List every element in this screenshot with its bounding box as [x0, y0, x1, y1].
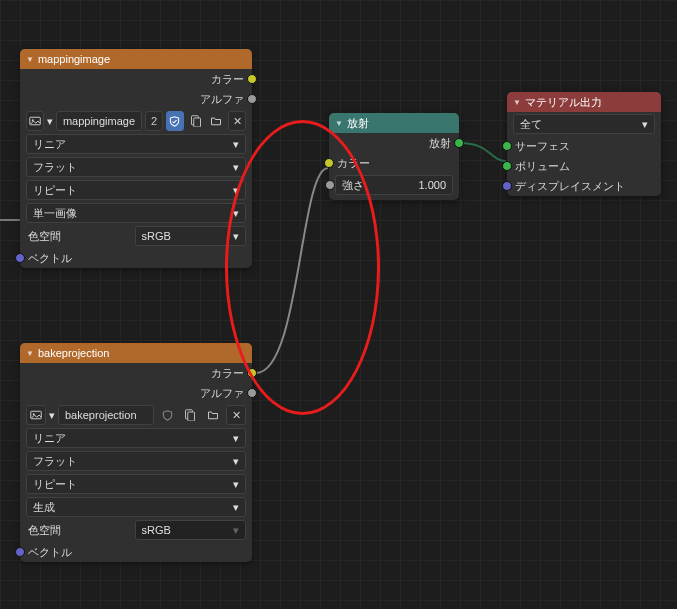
vector-input-row: ベクトル: [20, 542, 252, 562]
socket-vector-in[interactable]: [15, 547, 25, 557]
chevron-down-icon: ▾: [233, 432, 239, 445]
interpolation-select[interactable]: リニア ▾: [26, 428, 246, 448]
surface-input-row: サーフェス: [507, 136, 661, 156]
source-select[interactable]: 単一画像 ▾: [26, 203, 246, 223]
color-input-row: カラー: [329, 153, 459, 173]
unlink-button[interactable]: ✕: [226, 405, 246, 425]
output-alpha-label: アルファ: [200, 386, 244, 401]
extension-select[interactable]: リピート ▾: [26, 180, 246, 200]
node-mappingimage[interactable]: mappingimage カラー アルファ ▾ mappingimage 2 ✕…: [20, 49, 252, 268]
node-title: 放射: [347, 116, 369, 131]
image-browse-icon[interactable]: [26, 405, 46, 425]
socket-color-out[interactable]: [247, 74, 257, 84]
chevron-down-icon: ▾: [233, 455, 239, 468]
projection-select[interactable]: フラット ▾: [26, 157, 246, 177]
node-title: mappingimage: [38, 53, 110, 65]
source-select[interactable]: 生成 ▾: [26, 497, 246, 517]
volume-input-row: ボリューム: [507, 156, 661, 176]
colorspace-label: 色空間: [28, 229, 61, 244]
node-title: bakeprojection: [38, 347, 110, 359]
open-image-button[interactable]: [207, 111, 225, 131]
colorspace-select: sRGB ▾: [135, 520, 246, 540]
extension-select[interactable]: リピート ▾: [26, 474, 246, 494]
node-bakeprojection[interactable]: bakeprojection カラー アルファ ▾ bakeprojection…: [20, 343, 252, 562]
node-header[interactable]: マテリアル出力: [507, 92, 661, 112]
image-datablock-row: ▾ bakeprojection ✕: [26, 405, 246, 425]
chevron-down-icon: ▾: [233, 501, 239, 514]
socket-volume-in[interactable]: [502, 161, 512, 171]
output-alpha-label: アルファ: [200, 92, 244, 107]
colorspace-row: 色空間 sRGB ▾: [26, 520, 246, 540]
new-image-button[interactable]: [187, 111, 205, 131]
image-name-field[interactable]: mappingimage: [56, 111, 142, 131]
chevron-down-icon: ▾: [233, 230, 239, 243]
vector-label: ベクトル: [28, 251, 72, 266]
chevron-down-icon[interactable]: ▾: [47, 111, 53, 131]
svg-rect-7: [188, 412, 195, 421]
socket-alpha-out[interactable]: [247, 94, 257, 104]
output-color-row: カラー: [20, 69, 252, 89]
node-header[interactable]: bakeprojection: [20, 343, 252, 363]
image-browse-icon[interactable]: [26, 111, 44, 131]
vector-label: ベクトル: [28, 545, 72, 560]
image-name-field[interactable]: bakeprojection: [58, 405, 154, 425]
socket-strength-in[interactable]: [325, 180, 335, 190]
chevron-down-icon: ▾: [233, 161, 239, 174]
output-emission-label: 放射: [429, 136, 451, 151]
users-count[interactable]: 2: [145, 111, 163, 131]
image-datablock-row: ▾ mappingimage 2 ✕: [26, 111, 246, 131]
node-header[interactable]: mappingimage: [20, 49, 252, 69]
socket-surface-in[interactable]: [502, 141, 512, 151]
target-select[interactable]: 全て ▾: [513, 114, 655, 134]
chevron-down-icon: ▾: [233, 524, 239, 537]
fake-user-toggle[interactable]: [157, 405, 177, 425]
color-label: カラー: [337, 156, 370, 171]
new-image-button[interactable]: [180, 405, 200, 425]
output-alpha-row: アルファ: [20, 89, 252, 109]
output-color-row: カラー: [20, 363, 252, 383]
chevron-down-icon: ▾: [233, 138, 239, 151]
node-material-output[interactable]: マテリアル出力 全て ▾ サーフェス ボリューム ディスプレイスメント: [507, 92, 661, 196]
open-image-button[interactable]: [203, 405, 223, 425]
socket-displacement-in[interactable]: [502, 181, 512, 191]
projection-select[interactable]: フラット ▾: [26, 451, 246, 471]
output-color-label: カラー: [211, 72, 244, 87]
fake-user-toggle[interactable]: [166, 111, 184, 131]
output-alpha-row: アルファ: [20, 383, 252, 403]
strength-field[interactable]: 強さ 1.000: [335, 175, 453, 195]
colorspace-select[interactable]: sRGB ▾: [135, 226, 246, 246]
socket-emission-out[interactable]: [454, 138, 464, 148]
unlink-button[interactable]: ✕: [228, 111, 246, 131]
interpolation-select[interactable]: リニア ▾: [26, 134, 246, 154]
socket-alpha-out[interactable]: [247, 388, 257, 398]
node-title: マテリアル出力: [525, 95, 602, 110]
colorspace-label: 色空間: [28, 523, 61, 538]
strength-value: 1.000: [418, 179, 446, 191]
displacement-input-row: ディスプレイスメント: [507, 176, 661, 196]
surface-label: サーフェス: [515, 139, 570, 154]
node-emission[interactable]: 放射 放射 カラー 強さ 1.000: [329, 113, 459, 200]
strength-label: 強さ: [342, 178, 364, 193]
svg-rect-3: [193, 118, 200, 127]
chevron-down-icon[interactable]: ▾: [49, 405, 55, 425]
output-color-label: カラー: [211, 366, 244, 381]
displacement-label: ディスプレイスメント: [515, 179, 625, 194]
chevron-down-icon: ▾: [233, 478, 239, 491]
vector-input-row: ベクトル: [20, 248, 252, 268]
output-emission-row: 放射: [329, 133, 459, 153]
socket-color-out[interactable]: [247, 368, 257, 378]
socket-vector-in[interactable]: [15, 253, 25, 263]
chevron-down-icon: ▾: [233, 184, 239, 197]
node-header[interactable]: 放射: [329, 113, 459, 133]
socket-color-in[interactable]: [324, 158, 334, 168]
chevron-down-icon: ▾: [642, 118, 648, 131]
volume-label: ボリューム: [515, 159, 570, 174]
colorspace-row: 色空間 sRGB ▾: [26, 226, 246, 246]
chevron-down-icon: ▾: [233, 207, 239, 220]
